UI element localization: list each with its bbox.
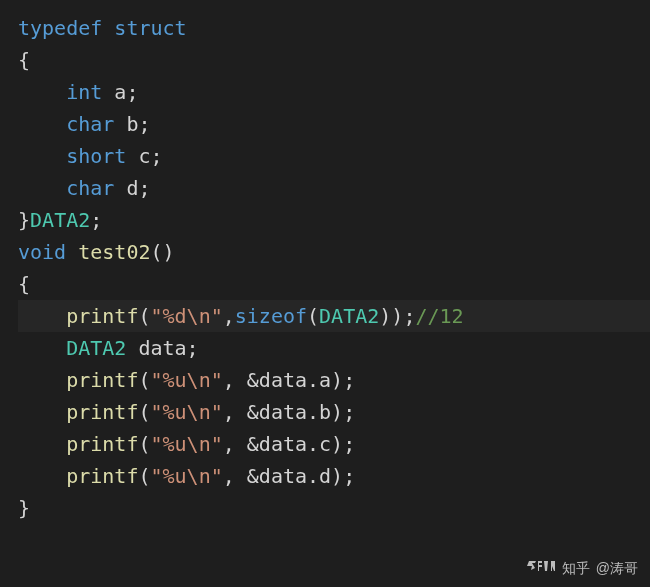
rparen: )	[379, 304, 391, 328]
string-literal: "%u\n"	[150, 432, 222, 456]
line: typedef struct	[18, 16, 187, 40]
line: printf("%u\n", &data.a);	[18, 368, 355, 392]
var-b: b	[126, 112, 138, 136]
typename: DATA2	[66, 336, 126, 360]
string-literal: "%u\n"	[150, 368, 222, 392]
line: char b;	[18, 112, 150, 136]
semicolon: ;	[138, 176, 150, 200]
semicolon: ;	[126, 80, 138, 104]
comma: ,	[223, 464, 247, 488]
line: void test02()	[18, 240, 175, 264]
line-highlighted: printf("%d\n",sizeof(DATA2));//12	[18, 300, 650, 332]
brace-open: {	[18, 48, 30, 72]
brace-close: }	[18, 496, 30, 520]
watermark-brand: 知乎	[562, 557, 590, 579]
expr: &data.d	[247, 464, 331, 488]
line: printf("%u\n", &data.d);	[18, 464, 355, 488]
line: }DATA2;	[18, 208, 102, 232]
semicolon: ;	[403, 304, 415, 328]
string-literal: "%u\n"	[150, 400, 222, 424]
func-printf: printf	[66, 432, 138, 456]
line: {	[18, 272, 30, 296]
keyword-sizeof: sizeof	[235, 304, 307, 328]
comma: ,	[223, 304, 235, 328]
rparen: )	[331, 368, 343, 392]
string-literal: "%d\n"	[150, 304, 222, 328]
func-printf: printf	[66, 464, 138, 488]
lparen: (	[307, 304, 319, 328]
keyword-typedef: typedef	[18, 16, 102, 40]
var-c: c	[138, 144, 150, 168]
rparen: )	[391, 304, 403, 328]
expr: &data.c	[247, 432, 331, 456]
parens: ()	[150, 240, 174, 264]
semicolon: ;	[150, 144, 162, 168]
semicolon: ;	[90, 208, 102, 232]
func-printf: printf	[66, 400, 138, 424]
keyword-void: void	[18, 240, 66, 264]
type-char: char	[66, 112, 114, 136]
semicolon: ;	[187, 336, 199, 360]
keyword-struct: struct	[114, 16, 186, 40]
line: printf("%u\n", &data.c);	[18, 432, 355, 456]
comment: //12	[415, 304, 463, 328]
line: char d;	[18, 176, 150, 200]
comma: ,	[223, 400, 247, 424]
type-int: int	[66, 80, 102, 104]
rparen: )	[331, 432, 343, 456]
lparen: (	[138, 432, 150, 456]
func-name: test02	[78, 240, 150, 264]
line: DATA2 data;	[18, 336, 199, 360]
var-d: d	[126, 176, 138, 200]
typename: DATA2	[319, 304, 379, 328]
type-char: char	[66, 176, 114, 200]
line: }	[18, 496, 30, 520]
string-literal: "%u\n"	[150, 464, 222, 488]
lparen: (	[138, 400, 150, 424]
line: printf("%u\n", &data.b);	[18, 400, 355, 424]
comma: ,	[223, 368, 247, 392]
brace-open: {	[18, 272, 30, 296]
zhihu-logo-icon	[526, 557, 556, 579]
line: short c;	[18, 144, 163, 168]
brace-close: }	[18, 208, 30, 232]
semicolon: ;	[343, 400, 355, 424]
comma: ,	[223, 432, 247, 456]
rparen: )	[331, 400, 343, 424]
typedef-name: DATA2	[30, 208, 90, 232]
line: {	[18, 48, 30, 72]
lparen: (	[138, 464, 150, 488]
type-short: short	[66, 144, 126, 168]
semicolon: ;	[343, 464, 355, 488]
semicolon: ;	[138, 112, 150, 136]
watermark: 知乎 @涛哥	[526, 557, 638, 579]
expr: &data.b	[247, 400, 331, 424]
expr: &data.a	[247, 368, 331, 392]
func-printf: printf	[66, 304, 138, 328]
semicolon: ;	[343, 432, 355, 456]
code-block: typedef struct { int a; char b; short c;…	[18, 12, 650, 524]
line: int a;	[18, 80, 138, 104]
func-printf: printf	[66, 368, 138, 392]
var-a: a	[114, 80, 126, 104]
watermark-author: @涛哥	[596, 557, 638, 579]
lparen: (	[138, 304, 150, 328]
semicolon: ;	[343, 368, 355, 392]
lparen: (	[138, 368, 150, 392]
var-data: data	[138, 336, 186, 360]
rparen: )	[331, 464, 343, 488]
